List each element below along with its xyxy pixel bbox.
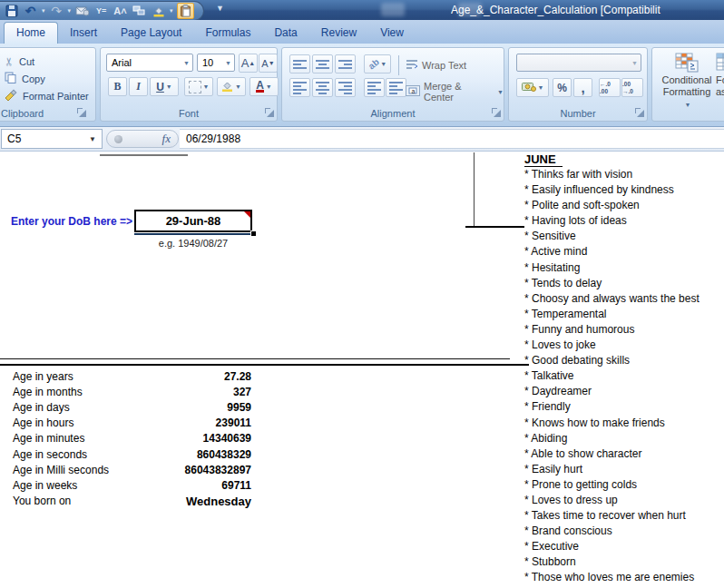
percent-style-button[interactable]: % bbox=[553, 78, 572, 97]
mail-attach-icon[interactable] bbox=[74, 4, 90, 18]
trait-item: * Loves to dress up bbox=[524, 494, 724, 509]
trait-item: * Brand conscious bbox=[524, 524, 724, 540]
copy-button[interactable]: Copy bbox=[5, 71, 45, 86]
align-middle-button[interactable] bbox=[312, 54, 333, 74]
fx-icon: fx bbox=[162, 132, 171, 146]
merge-center-button[interactable]: a Merge & Center ▼ bbox=[406, 81, 504, 103]
paste-icon[interactable] bbox=[177, 3, 194, 19]
redo-icon[interactable]: ↷ bbox=[49, 4, 64, 18]
decrease-decimal-button[interactable]: .00 →.0 bbox=[621, 78, 643, 97]
divider bbox=[398, 55, 399, 75]
customize-qat-icon[interactable]: ▼ bbox=[216, 4, 224, 13]
alignment-group-label: Alignment bbox=[282, 108, 504, 119]
age-row-label: Age in minutes bbox=[13, 432, 84, 445]
decrease-indent-button[interactable] bbox=[364, 78, 385, 97]
increase-indent-button[interactable] bbox=[386, 78, 406, 97]
cut-button[interactable]: ✂ Cut bbox=[5, 54, 34, 69]
shapes-icon[interactable] bbox=[132, 4, 147, 18]
conditional-formatting-button[interactable]: Conditional Formatting ▼ bbox=[658, 53, 716, 111]
age-table: Age in years27.28Age in months327Age in … bbox=[13, 368, 251, 509]
undo-icon[interactable]: ↶ bbox=[23, 4, 38, 18]
dob-cell[interactable]: 29-Jun-88 bbox=[134, 210, 252, 232]
quick-access-toolbar: ↶▾ ↷▾ Y= A˄ ▾ bbox=[0, 1, 204, 21]
name-box[interactable]: C5 ▼ bbox=[1, 129, 103, 149]
redo-dropdown-icon[interactable]: ▾ bbox=[68, 7, 72, 15]
font-size-icon[interactable]: A˄ bbox=[113, 4, 128, 18]
font-color-button[interactable]: A▼ bbox=[249, 77, 279, 96]
wrap-text-button[interactable]: Wrap Text bbox=[406, 57, 466, 74]
insert-function-button[interactable]: fx bbox=[106, 130, 179, 148]
filter-icon[interactable]: Y= bbox=[93, 4, 109, 18]
number-format-combo[interactable]: ▼ bbox=[516, 54, 641, 72]
bold-button[interactable]: B bbox=[108, 77, 127, 96]
tab-review[interactable]: Review bbox=[309, 23, 368, 44]
align-right-button[interactable] bbox=[335, 78, 356, 97]
accounting-format-button[interactable]: ▼ bbox=[516, 78, 549, 97]
italic-button[interactable]: I bbox=[129, 77, 148, 96]
borders-button[interactable]: ▼ bbox=[184, 77, 213, 96]
align-left-icon bbox=[293, 82, 307, 94]
trait-item: * Takes time to recover when hurt bbox=[524, 509, 724, 524]
age-row-label: You born on bbox=[13, 495, 71, 507]
age-row-value: 27.28 bbox=[224, 370, 251, 383]
font-group-label: Font bbox=[101, 108, 277, 119]
chevron-down-icon: ▼ bbox=[225, 60, 231, 66]
align-top-button[interactable] bbox=[289, 54, 310, 74]
clipboard-dialog-launcher-icon[interactable] bbox=[77, 108, 86, 117]
chevron-down-icon: ▼ bbox=[631, 60, 638, 66]
fill-color-icon[interactable] bbox=[151, 4, 166, 18]
font-family-combo[interactable]: Arial▼ bbox=[106, 54, 193, 72]
accounting-icon bbox=[522, 82, 536, 94]
align-bottom-button[interactable] bbox=[335, 54, 356, 74]
font-size-combo[interactable]: 10▼ bbox=[197, 54, 235, 72]
chevron-down-icon: ▼ bbox=[166, 83, 172, 90]
tab-page-layout[interactable]: Page Layout bbox=[109, 23, 193, 44]
alignment-dialog-launcher-icon[interactable] bbox=[492, 108, 501, 117]
underline-button[interactable]: U▼ bbox=[150, 77, 179, 96]
tab-view[interactable]: View bbox=[368, 23, 416, 44]
trait-item: * Active mind bbox=[524, 245, 724, 260]
cell-border-line bbox=[100, 154, 188, 156]
format-painter-button[interactable]: Format Painter bbox=[5, 88, 89, 103]
tab-home[interactable]: Home bbox=[4, 22, 58, 44]
shrink-font-button[interactable]: A▼ bbox=[259, 54, 278, 73]
age-row: Age in minutes14340639 bbox=[13, 431, 251, 446]
orientation-button[interactable]: ab▼ bbox=[364, 54, 391, 74]
ribbon: ✂ Cut Copy Format Painter Clipboard Aria… bbox=[0, 44, 724, 127]
align-middle-icon bbox=[316, 60, 329, 69]
align-left-button[interactable] bbox=[289, 78, 310, 97]
trait-item: * Good debating skills bbox=[524, 354, 724, 369]
align-top-icon bbox=[293, 60, 307, 69]
chevron-down-icon: ▼ bbox=[538, 84, 544, 91]
font-dialog-launcher-icon[interactable] bbox=[265, 108, 274, 117]
worksheet: Enter your DoB here => 29-Jun-88 e.g. 19… bbox=[0, 152, 724, 588]
borders-icon bbox=[189, 81, 201, 93]
fill-color-dropdown-icon[interactable]: ▾ bbox=[170, 7, 173, 15]
tab-formulas[interactable]: Formulas bbox=[193, 23, 262, 44]
table-top-border-thin bbox=[0, 358, 510, 359]
trait-item: * Those who loves me are enemies bbox=[524, 571, 724, 586]
function-dot-icon bbox=[114, 135, 122, 143]
age-row-label: Age in hours bbox=[13, 416, 73, 429]
age-row-value: 239011 bbox=[216, 416, 251, 429]
formula-input[interactable]: 06/29/1988 bbox=[180, 129, 724, 149]
undo-dropdown-icon[interactable]: ▾ bbox=[42, 7, 45, 15]
trait-item: * Easily influenced by kindness bbox=[524, 183, 724, 199]
grow-font-button[interactable]: A▲ bbox=[239, 54, 258, 73]
increase-decimal-button[interactable]: ←.0 .00 bbox=[599, 78, 621, 97]
align-center-button[interactable] bbox=[312, 78, 333, 97]
formula-bar: C5 ▼ fx 06/29/1988 bbox=[0, 127, 724, 152]
fill-color-button[interactable]: ▼ bbox=[217, 77, 246, 96]
age-row: Age in months327 bbox=[13, 384, 251, 399]
format-as-table-button[interactable]: For as Ta bbox=[712, 53, 724, 98]
age-row-label: Age in days bbox=[13, 401, 70, 414]
alignment-group: ab▼ Wrap Text a Merge & Center ▼ Alignme… bbox=[281, 47, 504, 122]
save-icon[interactable] bbox=[4, 4, 19, 18]
chevron-down-icon: ▼ bbox=[685, 102, 691, 108]
number-dialog-launcher-icon[interactable] bbox=[635, 108, 644, 117]
tab-insert[interactable]: Insert bbox=[58, 23, 109, 44]
comma-style-button[interactable]: , bbox=[573, 78, 592, 97]
tab-data[interactable]: Data bbox=[262, 23, 308, 44]
trait-item: * Temperamental bbox=[524, 308, 724, 323]
fill-handle[interactable] bbox=[250, 230, 257, 237]
